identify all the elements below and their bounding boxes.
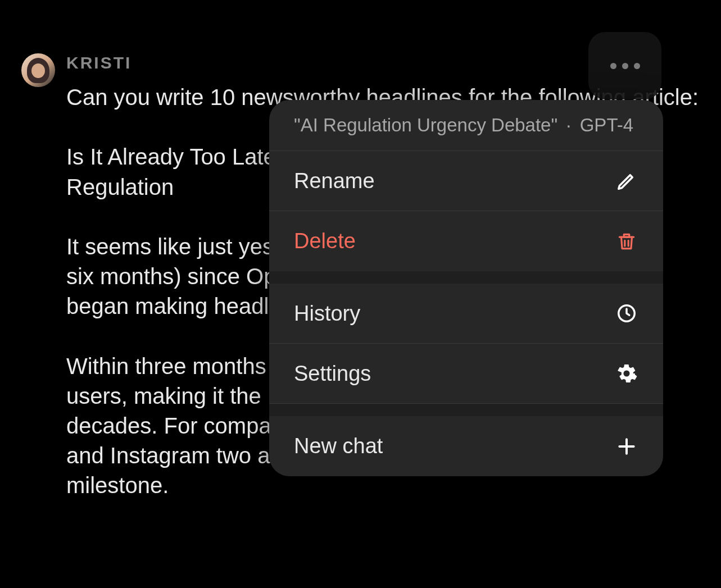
- context-menu-popover: "AI Regulation Urgency Debate" · GPT-4 R…: [269, 100, 663, 476]
- menu-item-history[interactable]: History: [269, 284, 663, 344]
- separator-dot: ·: [566, 115, 571, 135]
- menu-item-new-chat[interactable]: New chat: [269, 416, 663, 476]
- pencil-icon: [615, 169, 638, 193]
- more-icon: [610, 63, 640, 69]
- clock-icon: [615, 302, 638, 325]
- menu-item-rename[interactable]: Rename: [269, 151, 663, 211]
- menu-divider: [269, 271, 663, 284]
- menu-item-settings[interactable]: Settings: [269, 344, 663, 404]
- menu-label-rename: Rename: [294, 169, 375, 193]
- plus-icon: [615, 435, 638, 458]
- menu-label-delete: Delete: [294, 229, 356, 253]
- menu-label-settings: Settings: [294, 362, 371, 386]
- gear-icon: [615, 362, 638, 385]
- popover-header: "AI Regulation Urgency Debate" · GPT-4: [269, 100, 663, 151]
- conversation-title: "AI Regulation Urgency Debate": [294, 115, 557, 135]
- avatar[interactable]: [21, 53, 55, 87]
- menu-divider: [269, 404, 663, 416]
- context-menu: Rename Delete History: [269, 151, 663, 476]
- menu-label-history: History: [294, 302, 360, 326]
- model-name: GPT-4: [580, 115, 633, 135]
- menu-item-delete[interactable]: Delete: [269, 211, 663, 271]
- trash-icon: [615, 230, 638, 253]
- menu-label-new-chat: New chat: [294, 434, 383, 458]
- more-button[interactable]: [588, 32, 661, 99]
